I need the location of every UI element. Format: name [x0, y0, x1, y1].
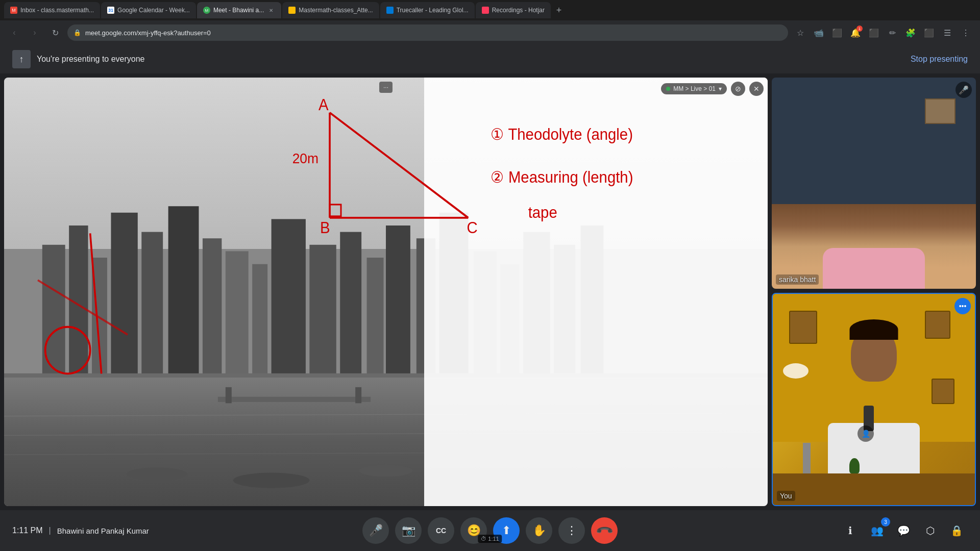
- new-tab-button[interactable]: +: [552, 3, 566, 17]
- shared-screen: A 20m B C: [4, 78, 768, 506]
- lock-icon: 🔒: [74, 29, 81, 36]
- info-icon: ℹ: [848, 524, 852, 537]
- end-call-button[interactable]: 📞: [591, 517, 618, 544]
- meeting-time: 1:11 PM: [12, 526, 43, 535]
- tab-hotjar[interactable]: Recordings - Hotjar: [476, 2, 551, 18]
- mic-icon: 🎤: [369, 524, 383, 537]
- tab-bar: M Inbox - class.mastermath... 31 Google …: [0, 0, 980, 20]
- people-button[interactable]: 👥 3: [866, 519, 888, 542]
- sarika-mute-icon: 🎤: [955, 82, 972, 98]
- person-icon-overlay: 👤: [857, 425, 874, 442]
- captions-button[interactable]: CC: [428, 517, 454, 544]
- svg-rect-27: [355, 387, 361, 404]
- meeting-name: Bhawini and Pankaj Kumar: [57, 527, 149, 535]
- mic-button[interactable]: 🎤: [362, 517, 389, 544]
- center-controls: 🎤 📷 CC 😊 ⬆ ✋ ⋮ 📞 ⏱ 1: [362, 517, 618, 544]
- svg-point-28: [126, 467, 187, 480]
- svg-rect-12: [367, 258, 384, 386]
- activities-button[interactable]: ⬡: [919, 519, 941, 542]
- tab-gmail[interactable]: M Inbox - class.mastermath...: [4, 2, 100, 18]
- stop-presenting-button[interactable]: Stop presenting: [911, 55, 968, 64]
- svg-rect-11: [340, 232, 361, 386]
- pen-button[interactable]: ✏: [884, 24, 900, 41]
- more-options-button[interactable]: ⋮: [558, 517, 585, 544]
- stream-label: MM > Live > 01: [673, 85, 716, 92]
- svg-point-30: [359, 465, 413, 477]
- sarika-name: sarika bhatt: [776, 274, 819, 285]
- right-controls: ℹ 👥 3 💬 ⬡ 🔒: [839, 519, 968, 542]
- bookmark-button[interactable]: ☆: [792, 24, 808, 41]
- svg-rect-6: [203, 238, 222, 386]
- svg-rect-7: [226, 251, 249, 386]
- call-timer: ⏱ 1:11: [478, 535, 502, 543]
- presenting-left: ↑ You're presenting to everyone: [12, 50, 145, 68]
- forward-button[interactable]: ›: [27, 24, 43, 41]
- you-name: You: [777, 491, 795, 501]
- end-call-icon: 📞: [595, 521, 614, 540]
- cast-button[interactable]: ⬛: [829, 24, 845, 41]
- stream-label-pill: MM > Live > 01 ▾: [661, 83, 727, 94]
- meet-container: ↑ You're presenting to everyone Stop pre…: [0, 45, 980, 551]
- lock-icon: 🔒: [950, 524, 963, 537]
- video-icon[interactable]: 📹: [811, 24, 827, 41]
- svg-rect-9: [272, 219, 306, 386]
- svg-rect-5: [168, 206, 199, 386]
- meeting-divider: |: [49, 526, 51, 535]
- sidebar-button[interactable]: ☰: [939, 24, 955, 41]
- tab-mastermath[interactable]: Mastermath-classes_Atte...: [282, 2, 379, 18]
- more-options-icon: ⋮: [566, 524, 577, 537]
- svg-rect-26: [226, 387, 232, 404]
- svg-rect-25: [218, 397, 371, 402]
- present-icon: ⬆: [502, 524, 511, 537]
- participants-panel: 🎤 sarika bhatt: [772, 78, 976, 506]
- screen-top-bar: ···: [379, 82, 393, 93]
- info-button[interactable]: ℹ: [839, 519, 862, 542]
- screen-close-btn[interactable]: ✕: [749, 82, 764, 96]
- svg-rect-1: [69, 226, 88, 386]
- nav-actions: ☆ 📹 ⬛ 🔔 1 ⬛ ✏ 🧩 ⬛ ☰ ⋮: [792, 24, 974, 41]
- screen-more-menu[interactable]: ···: [379, 82, 393, 93]
- extensions-button[interactable]: 🧩: [902, 24, 919, 41]
- chat-button[interactable]: 💬: [892, 519, 915, 542]
- people-icon: 👥: [871, 524, 884, 537]
- presenting-icon: ↑: [12, 50, 31, 68]
- activities-icon: ⬡: [926, 524, 935, 537]
- screen-capture-button[interactable]: ⬛: [866, 24, 882, 41]
- tab-gcal[interactable]: 31 Google Calendar - Week...: [101, 2, 196, 18]
- bottom-bar: 1:11 PM | Bhawini and Pankaj Kumar 🎤 📷 C…: [0, 510, 980, 551]
- notification-extension[interactable]: 🔔 1: [847, 24, 864, 41]
- hand-icon: ✋: [532, 524, 546, 537]
- menu-button[interactable]: ⋮: [958, 24, 974, 41]
- meeting-info: 1:11 PM | Bhawini and Pankaj Kumar: [12, 526, 149, 535]
- reload-button[interactable]: ↻: [47, 24, 63, 41]
- tab-truecaller[interactable]: Truecaller - Leading Glol...: [380, 2, 475, 18]
- you-more-options[interactable]: •••: [954, 298, 971, 314]
- tab-meet[interactable]: M Meet - Bhawini a... ✕: [197, 2, 281, 18]
- nav-bar: ‹ › ↻ 🔒 meet.google.com/xmj-yffq-esk?aut…: [0, 20, 980, 45]
- svg-rect-3: [111, 213, 137, 386]
- back-button[interactable]: ‹: [6, 24, 22, 41]
- lock-button[interactable]: 🔒: [945, 519, 968, 542]
- svg-rect-13: [386, 226, 410, 386]
- presenting-banner: ↑ You're presenting to everyone Stop pre…: [0, 45, 980, 73]
- svg-rect-8: [252, 264, 267, 386]
- camera-button[interactable]: 📷: [395, 517, 422, 544]
- svg-rect-0: [42, 245, 65, 386]
- participant-tile-you: 👤 ••• You: [772, 293, 976, 506]
- svg-point-29: [233, 472, 310, 488]
- tab-close-meet[interactable]: ✕: [267, 6, 275, 14]
- live-indicator: [666, 87, 670, 91]
- svg-rect-10: [309, 245, 336, 386]
- browser-chrome: M Inbox - class.mastermath... 31 Google …: [0, 0, 980, 45]
- address-bar[interactable]: 🔒 meet.google.com/xmj-yffq-esk?authuser=…: [67, 24, 788, 41]
- screen-filter-btn[interactable]: ⊘: [731, 82, 745, 96]
- participant-tile-sarika: 🎤 sarika bhatt: [772, 78, 976, 289]
- svg-rect-2: [92, 258, 107, 386]
- profile-button[interactable]: ⬛: [921, 24, 937, 41]
- captions-icon: CC: [436, 527, 446, 535]
- raise-hand-button[interactable]: ✋: [526, 517, 552, 544]
- main-area: A 20m B C: [0, 73, 980, 510]
- url-text: meet.google.com/xmj-yffq-esk?authuser=0: [85, 29, 211, 37]
- stream-dropdown-icon: ▾: [719, 85, 722, 92]
- svg-rect-4: [141, 232, 163, 386]
